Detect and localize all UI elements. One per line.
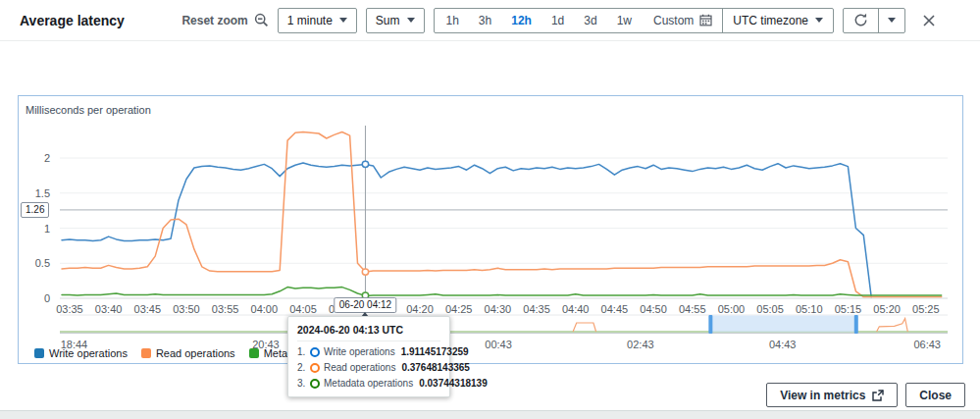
- legend-label: Read operations: [156, 347, 235, 359]
- x-tick-label: 04:50: [640, 303, 667, 315]
- timezone-select[interactable]: UTC timezone: [722, 9, 833, 32]
- x-tick-label: 03:55: [212, 303, 239, 315]
- x-tick-label: 05:10: [796, 303, 823, 315]
- brush-tick-label: 18:44: [61, 339, 88, 350]
- tooltip-row-index: 3.: [297, 378, 310, 389]
- tooltip-timestamp: 2024-06-20 04:13 UTC: [297, 324, 440, 341]
- x-tick-label: 03:40: [95, 303, 123, 315]
- header-controls: Reset zoom 1 minute Sum 1h3h12h1d3d1w Cu…: [181, 8, 939, 33]
- brush-read-overview-spike: [573, 323, 596, 332]
- custom-range-label: Custom: [653, 14, 694, 27]
- x-tick-label: 05:00: [718, 303, 746, 315]
- brush-handle-left[interactable]: [708, 315, 712, 334]
- chevron-down-icon: [339, 18, 347, 23]
- x-tick-label: 04:35: [523, 303, 550, 315]
- page-background-strip: [0, 410, 980, 419]
- x-tick-label: 04:40: [562, 303, 590, 315]
- chevron-down-icon: [407, 18, 415, 23]
- close-icon[interactable]: [919, 11, 939, 30]
- tooltip-row-value: 1.91145173259: [395, 346, 469, 357]
- brush-tick-label: 00:43: [485, 339, 512, 350]
- tooltip-row-value: 0.37648143365: [395, 362, 470, 373]
- write-operations-line: [62, 163, 871, 297]
- auto-refresh-menu-button[interactable]: [878, 9, 904, 32]
- x-tick-label: 03:50: [173, 303, 200, 315]
- crosshair-y-value-box: 1.26: [21, 202, 49, 218]
- period-select-value: 1 minute: [287, 14, 333, 27]
- x-tick-label: 05:20: [873, 303, 901, 315]
- x-tick-label: 05:05: [756, 303, 784, 315]
- x-tick-label: 04:20: [406, 303, 434, 315]
- reset-zoom-button[interactable]: Reset zoom: [181, 13, 268, 27]
- period-select[interactable]: 1 minute: [278, 8, 357, 33]
- modal-header: Average latency Reset zoom 1 minute Sum …: [0, 0, 980, 41]
- x-tick-label: 03:35: [56, 303, 83, 315]
- x-tick-label: 04:30: [485, 303, 512, 315]
- tooltip-row-write-operations: 1.Write operations1.91145173259: [297, 346, 440, 357]
- view-in-metrics-label: View in metrics: [780, 389, 865, 402]
- range-option-3d[interactable]: 3d: [574, 9, 606, 32]
- calendar-icon: [699, 14, 712, 26]
- brush-tick-label: 06:43: [913, 339, 941, 350]
- x-tick-label: 04:25: [445, 303, 473, 315]
- latency-chart[interactable]: Milliseconds per operation 1.26 06-20 04…: [18, 95, 963, 364]
- series-marker-icon: [310, 347, 320, 357]
- time-range-options: 1h3h12h1d3d1w: [435, 9, 644, 32]
- tooltip-row-read-operations: 2.Read operations0.37648143365: [297, 362, 440, 373]
- brush-handle-right[interactable]: [854, 315, 858, 334]
- modal-footer: View in metrics Close: [766, 383, 965, 407]
- close-button[interactable]: Close: [905, 383, 965, 407]
- page-title: Average latency: [20, 13, 125, 28]
- zoom-out-magnifier-icon: [254, 13, 269, 27]
- crosshair-x-value-box: 06-20 04:12: [335, 297, 396, 313]
- range-option-1h[interactable]: 1h: [437, 9, 469, 32]
- range-option-1w[interactable]: 1w: [607, 9, 642, 32]
- legend-swatch: [34, 348, 44, 358]
- statistic-select[interactable]: Sum: [366, 8, 425, 33]
- x-tick-label: 04:55: [679, 303, 706, 315]
- series-marker-icon: [310, 379, 320, 389]
- tooltip-row-label: Write operations: [324, 346, 395, 357]
- x-tick-label: 04:45: [601, 303, 629, 315]
- range-option-3h[interactable]: 3h: [469, 9, 501, 32]
- y-tick-label: 1: [23, 223, 50, 235]
- write-operations-hover-marker: [362, 161, 368, 167]
- tooltip-row-value: 0.03744318139: [413, 378, 488, 389]
- close-button-label: Close: [919, 389, 952, 402]
- custom-range-button[interactable]: Custom: [644, 9, 722, 32]
- legend-swatch: [141, 348, 151, 358]
- view-in-metrics-button[interactable]: View in metrics: [766, 383, 898, 407]
- range-option-1d[interactable]: 1d: [542, 9, 574, 32]
- chevron-down-icon: [815, 18, 823, 23]
- range-option-12h[interactable]: 12h: [501, 9, 542, 32]
- chart-canvas: [19, 96, 962, 363]
- statistic-select-value: Sum: [376, 14, 400, 27]
- refresh-split-button: [843, 8, 905, 33]
- tooltip-row-label: Read operations: [324, 362, 395, 373]
- x-tick-label: 05:15: [835, 303, 862, 315]
- timezone-select-value: UTC timezone: [733, 14, 808, 27]
- tooltip-row-index: 1.: [297, 346, 310, 357]
- external-link-icon: [872, 390, 884, 401]
- metadata-operations-line: [62, 288, 942, 296]
- y-axis-title: Milliseconds per operation: [26, 104, 151, 116]
- brush-tick-label: 20:43: [252, 339, 280, 350]
- y-tick-label: 2: [23, 152, 50, 164]
- x-tick-label: 04:05: [289, 303, 317, 315]
- y-tick-label: 0: [23, 292, 50, 304]
- brush-tick-label: 04:43: [769, 339, 797, 350]
- legend-item-read-operations[interactable]: Read operations: [141, 347, 235, 359]
- read-operations-hover-marker: [362, 269, 368, 275]
- time-range-group: 1h3h12h1d3d1w Custom UTC timezone: [434, 8, 835, 33]
- y-tick-label: 1.5: [23, 187, 50, 199]
- tooltip-row-label: Metadata operations: [324, 378, 413, 389]
- brush-selection[interactable]: [710, 316, 855, 333]
- refresh-button[interactable]: [844, 9, 878, 32]
- refresh-icon: [853, 13, 868, 27]
- x-tick-label: 05:25: [912, 303, 940, 315]
- read-operations-line: [62, 132, 942, 297]
- x-tick-label: 03:45: [134, 303, 162, 315]
- chevron-down-icon: [888, 18, 896, 23]
- brush-read-overview-spike: [877, 319, 908, 333]
- y-tick-label: 0.5: [23, 257, 50, 269]
